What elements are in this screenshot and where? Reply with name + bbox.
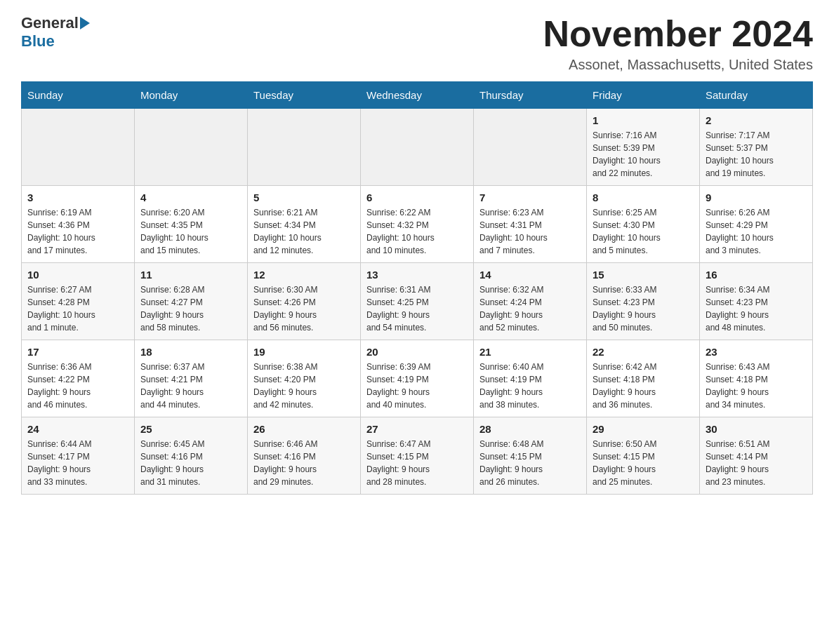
- day-number: 27: [366, 423, 468, 435]
- header-row: SundayMondayTuesdayWednesdayThursdayFrid…: [22, 82, 813, 109]
- day-number: 18: [140, 346, 241, 358]
- day-info: Sunrise: 6:23 AMSunset: 4:31 PMDaylight:…: [479, 206, 581, 257]
- calendar-week-4: 17Sunrise: 6:36 AMSunset: 4:22 PMDayligh…: [22, 340, 813, 417]
- calendar-week-2: 3Sunrise: 6:19 AMSunset: 4:36 PMDaylight…: [22, 186, 813, 263]
- calendar-cell: 9Sunrise: 6:26 AMSunset: 4:29 PMDaylight…: [700, 186, 813, 263]
- calendar-cell: 11Sunrise: 6:28 AMSunset: 4:27 PMDayligh…: [135, 263, 248, 340]
- day-number: 28: [479, 423, 581, 435]
- calendar-cell: 6Sunrise: 6:22 AMSunset: 4:32 PMDaylight…: [361, 186, 474, 263]
- day-info: Sunrise: 6:40 AMSunset: 4:19 PMDaylight:…: [479, 361, 581, 411]
- calendar-cell: [135, 109, 248, 186]
- calendar-cell: 14Sunrise: 6:32 AMSunset: 4:24 PMDayligh…: [474, 263, 587, 340]
- day-info: Sunrise: 6:28 AMSunset: 4:27 PMDaylight:…: [140, 283, 241, 334]
- day-info: Sunrise: 6:34 AMSunset: 4:23 PMDaylight:…: [706, 283, 807, 334]
- day-info: Sunrise: 6:43 AMSunset: 4:18 PMDaylight:…: [706, 361, 807, 411]
- day-info: Sunrise: 6:38 AMSunset: 4:20 PMDaylight:…: [253, 361, 355, 411]
- calendar-cell: [361, 109, 474, 186]
- day-number: 8: [593, 192, 694, 203]
- day-number: 24: [27, 423, 128, 435]
- day-header-sunday: Sunday: [22, 82, 135, 109]
- day-info: Sunrise: 6:37 AMSunset: 4:21 PMDaylight:…: [140, 361, 241, 411]
- day-number: 5: [253, 192, 355, 203]
- day-info: Sunrise: 6:19 AMSunset: 4:36 PMDaylight:…: [27, 206, 128, 257]
- page-header: General Blue November 2024 Assonet, Mass…: [21, 14, 813, 73]
- calendar-week-1: 1Sunrise: 7:16 AMSunset: 5:39 PMDaylight…: [22, 109, 813, 186]
- day-number: 19: [253, 346, 355, 358]
- calendar-cell: 17Sunrise: 6:36 AMSunset: 4:22 PMDayligh…: [22, 340, 135, 417]
- calendar-cell: [248, 109, 361, 186]
- day-info: Sunrise: 6:33 AMSunset: 4:23 PMDaylight:…: [593, 283, 694, 334]
- calendar-body: 1Sunrise: 7:16 AMSunset: 5:39 PMDaylight…: [22, 109, 813, 495]
- day-number: 29: [593, 423, 694, 435]
- day-number: 30: [706, 423, 807, 435]
- day-number: 22: [593, 346, 694, 358]
- day-info: Sunrise: 6:36 AMSunset: 4:22 PMDaylight:…: [27, 361, 128, 411]
- day-number: 20: [366, 346, 468, 358]
- calendar-cell: 16Sunrise: 6:34 AMSunset: 4:23 PMDayligh…: [700, 263, 813, 340]
- day-info: Sunrise: 7:16 AMSunset: 5:39 PMDaylight:…: [593, 129, 694, 180]
- day-number: 3: [27, 192, 128, 203]
- day-info: Sunrise: 6:20 AMSunset: 4:35 PMDaylight:…: [140, 206, 241, 257]
- calendar-cell: 12Sunrise: 6:30 AMSunset: 4:26 PMDayligh…: [248, 263, 361, 340]
- day-number: 2: [706, 114, 807, 126]
- day-number: 6: [366, 192, 468, 203]
- logo-arrow-icon: [80, 17, 90, 29]
- day-header-wednesday: Wednesday: [361, 82, 474, 109]
- calendar-cell: 13Sunrise: 6:31 AMSunset: 4:25 PMDayligh…: [361, 263, 474, 340]
- calendar-cell: 30Sunrise: 6:51 AMSunset: 4:14 PMDayligh…: [700, 417, 813, 495]
- day-info: Sunrise: 6:27 AMSunset: 4:28 PMDaylight:…: [27, 283, 128, 334]
- day-info: Sunrise: 7:17 AMSunset: 5:37 PMDaylight:…: [706, 129, 807, 180]
- calendar-cell: 3Sunrise: 6:19 AMSunset: 4:36 PMDaylight…: [22, 186, 135, 263]
- calendar-cell: 25Sunrise: 6:45 AMSunset: 4:16 PMDayligh…: [135, 417, 248, 495]
- calendar-cell: 10Sunrise: 6:27 AMSunset: 4:28 PMDayligh…: [22, 263, 135, 340]
- day-number: 23: [706, 346, 807, 358]
- day-number: 4: [140, 192, 241, 203]
- calendar-header: SundayMondayTuesdayWednesdayThursdayFrid…: [22, 82, 813, 109]
- title-area: November 2024 Assonet, Massachusetts, Un…: [543, 14, 813, 73]
- calendar-week-5: 24Sunrise: 6:44 AMSunset: 4:17 PMDayligh…: [22, 417, 813, 495]
- day-header-thursday: Thursday: [474, 82, 587, 109]
- calendar-cell: 29Sunrise: 6:50 AMSunset: 4:15 PMDayligh…: [587, 417, 700, 495]
- calendar-cell: 1Sunrise: 7:16 AMSunset: 5:39 PMDaylight…: [587, 109, 700, 186]
- calendar-cell: 24Sunrise: 6:44 AMSunset: 4:17 PMDayligh…: [22, 417, 135, 495]
- day-info: Sunrise: 6:44 AMSunset: 4:17 PMDaylight:…: [27, 438, 128, 488]
- day-info: Sunrise: 6:32 AMSunset: 4:24 PMDaylight:…: [479, 283, 581, 334]
- logo-general-text: General: [21, 14, 79, 32]
- day-number: 10: [27, 269, 128, 281]
- day-info: Sunrise: 6:21 AMSunset: 4:34 PMDaylight:…: [253, 206, 355, 257]
- day-info: Sunrise: 6:26 AMSunset: 4:29 PMDaylight:…: [706, 206, 807, 257]
- calendar-cell: 28Sunrise: 6:48 AMSunset: 4:15 PMDayligh…: [474, 417, 587, 495]
- day-number: 13: [366, 269, 468, 281]
- day-header-saturday: Saturday: [700, 82, 813, 109]
- day-number: 9: [706, 192, 807, 203]
- day-number: 7: [479, 192, 581, 203]
- day-number: 21: [479, 346, 581, 358]
- calendar-cell: 20Sunrise: 6:39 AMSunset: 4:19 PMDayligh…: [361, 340, 474, 417]
- day-info: Sunrise: 6:31 AMSunset: 4:25 PMDaylight:…: [366, 283, 468, 334]
- day-number: 15: [593, 269, 694, 281]
- day-info: Sunrise: 6:46 AMSunset: 4:16 PMDaylight:…: [253, 438, 355, 488]
- calendar-cell: 15Sunrise: 6:33 AMSunset: 4:23 PMDayligh…: [587, 263, 700, 340]
- day-info: Sunrise: 6:47 AMSunset: 4:15 PMDaylight:…: [366, 438, 468, 488]
- calendar-week-3: 10Sunrise: 6:27 AMSunset: 4:28 PMDayligh…: [22, 263, 813, 340]
- calendar-cell: 4Sunrise: 6:20 AMSunset: 4:35 PMDaylight…: [135, 186, 248, 263]
- calendar-cell: 21Sunrise: 6:40 AMSunset: 4:19 PMDayligh…: [474, 340, 587, 417]
- day-number: 26: [253, 423, 355, 435]
- calendar-cell: 23Sunrise: 6:43 AMSunset: 4:18 PMDayligh…: [700, 340, 813, 417]
- calendar-cell: 27Sunrise: 6:47 AMSunset: 4:15 PMDayligh…: [361, 417, 474, 495]
- day-header-friday: Friday: [587, 82, 700, 109]
- day-header-monday: Monday: [135, 82, 248, 109]
- day-info: Sunrise: 6:22 AMSunset: 4:32 PMDaylight:…: [366, 206, 468, 257]
- day-info: Sunrise: 6:39 AMSunset: 4:19 PMDaylight:…: [366, 361, 468, 411]
- calendar-cell: 18Sunrise: 6:37 AMSunset: 4:21 PMDayligh…: [135, 340, 248, 417]
- day-info: Sunrise: 6:50 AMSunset: 4:15 PMDaylight:…: [593, 438, 694, 488]
- day-number: 1: [593, 114, 694, 126]
- calendar-table: SundayMondayTuesdayWednesdayThursdayFrid…: [21, 81, 813, 495]
- day-number: 12: [253, 269, 355, 281]
- logo: General Blue: [21, 14, 90, 51]
- day-info: Sunrise: 6:51 AMSunset: 4:14 PMDaylight:…: [706, 438, 807, 488]
- day-info: Sunrise: 6:25 AMSunset: 4:30 PMDaylight:…: [593, 206, 694, 257]
- calendar-cell: 22Sunrise: 6:42 AMSunset: 4:18 PMDayligh…: [587, 340, 700, 417]
- day-number: 16: [706, 269, 807, 281]
- day-info: Sunrise: 6:42 AMSunset: 4:18 PMDaylight:…: [593, 361, 694, 411]
